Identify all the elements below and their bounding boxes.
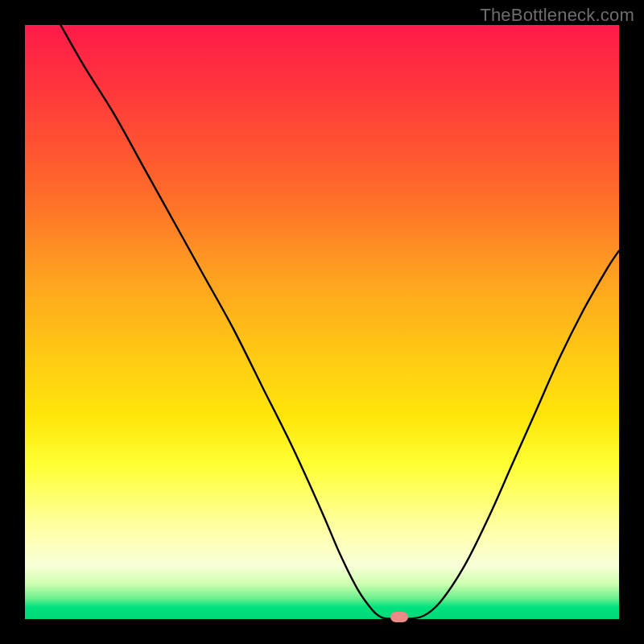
bottleneck-chart: TheBottleneck.com	[0, 0, 644, 644]
plot-gradient-area	[25, 25, 619, 619]
curve-path	[60, 25, 619, 619]
bottleneck-curve	[25, 25, 619, 619]
optimal-marker	[390, 612, 408, 622]
watermark-text: TheBottleneck.com	[480, 5, 634, 26]
